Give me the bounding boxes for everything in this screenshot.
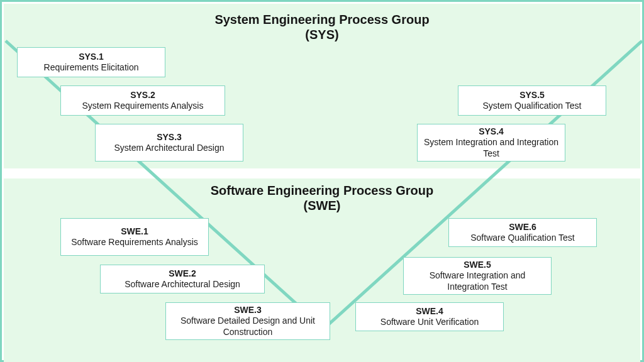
box-code: SYS.1: [79, 52, 104, 63]
box-code: SYS.2: [130, 90, 155, 101]
box-code: SWE.3: [234, 305, 262, 316]
process-box-sys3: SYS.3 System Architectural Design: [95, 124, 243, 162]
process-box-sys1: SYS.1 Requirements Elicitation: [17, 47, 165, 77]
sys-title-line1: System Engineering Process Group: [214, 13, 429, 26]
process-box-swe4: SWE.4 Software Unit Verification: [355, 302, 504, 331]
swe-title-line1: Software Engineering Process Group: [211, 184, 434, 197]
process-box-swe3: SWE.3 Software Detailed Design and Unit …: [165, 302, 330, 340]
process-box-swe1: SWE.1 Software Requirements Analysis: [60, 218, 209, 256]
process-box-swe6: SWE.6 Software Qualification Test: [448, 218, 597, 247]
box-code: SYS.5: [519, 90, 545, 101]
box-code: SYS.4: [479, 126, 504, 138]
box-code: SWE.5: [464, 260, 491, 271]
box-code: SWE.6: [509, 222, 536, 233]
box-code: SWE.4: [416, 306, 443, 317]
box-label: Software Integration and Integration Tes…: [409, 270, 546, 292]
process-box-sys5: SYS.5 System Qualification Test: [458, 85, 606, 116]
box-code: SWE.2: [169, 268, 196, 280]
box-label: Software Architectural Design: [125, 279, 240, 290]
box-label: Requirements Elicitation: [44, 62, 139, 74]
swe-title-line2: (SWE): [304, 199, 341, 212]
box-label: Software Detailed Design and Unit Constr…: [171, 315, 325, 337]
process-box-sys2: SYS.2 System Requirements Analysis: [60, 85, 225, 116]
box-label: System Requirements Analysis: [82, 101, 204, 112]
box-label: Software Requirements Analysis: [71, 237, 198, 248]
box-code: SWE.1: [121, 226, 148, 238]
box-label: System Architectural Design: [114, 143, 224, 154]
box-code: SYS.3: [157, 132, 182, 143]
sys-title-line2: (SYS): [305, 28, 338, 41]
process-box-sys4: SYS.4 System Integration and Integration…: [417, 124, 565, 162]
sys-group-title: System Engineering Process Group (SYS): [2, 12, 642, 42]
box-label: Software Qualification Test: [470, 233, 575, 244]
box-label: System Qualification Test: [483, 101, 582, 112]
box-label: System Integration and Integration Test: [423, 137, 560, 159]
box-label: Software Unit Verification: [380, 317, 479, 328]
diagram-frame: System Engineering Process Group (SYS) S…: [0, 0, 644, 362]
process-box-swe2: SWE.2 Software Architectural Design: [100, 265, 265, 293]
process-box-swe5: SWE.5 Software Integration and Integrati…: [403, 257, 552, 295]
swe-group-title: Software Engineering Process Group (SWE): [2, 183, 642, 213]
